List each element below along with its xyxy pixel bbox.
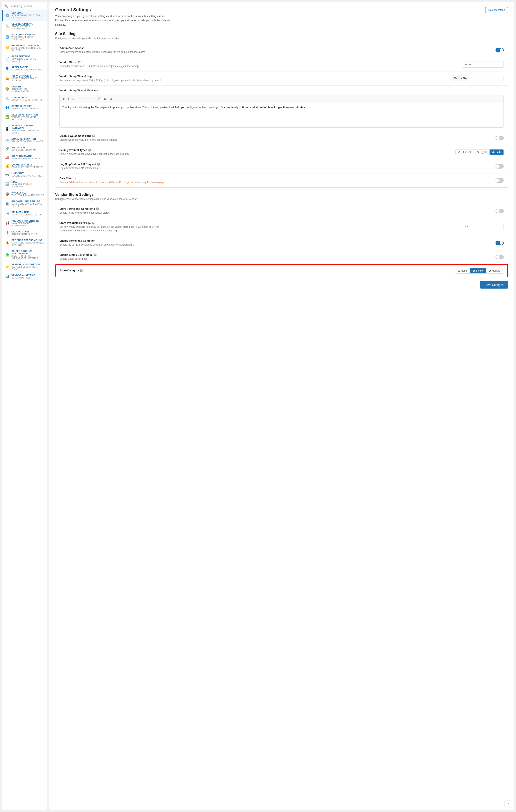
sidebar-item-withdraw-options[interactable]: 🌐 WITHDRAW OPTIONS WITHDRAW SETTINGS, TH… [2,32,47,42]
row-label-enable-single-seller-mode: Enable Single Seller Mode? [59,253,166,256]
radio-label: Digital [480,151,487,153]
radio-option-store-category-single[interactable]: Single [470,268,486,273]
radio-option-selling-product-types-both[interactable]: Both [490,149,504,155]
toolbar-btn-9[interactable]: ⊞ [108,96,113,101]
toggle-enable-terms-condition[interactable] [495,241,504,245]
toolbar-btn-3[interactable]: ≡ [76,96,81,101]
radio-label: Single [476,269,483,272]
row-label-vendor-setup-wizard-message: Vendor Setup Wizard Message [59,89,504,92]
row-desc-disable-welcome-wizard: Disable welcome wizard for newly registe… [59,138,166,142]
settings-row-vendor-store-url: Vendor Store URLDefine the vendor store … [55,57,508,71]
scroll-to-top-button[interactable]: ⌃ [505,801,512,808]
sidebar-item-sub-vendor-subscription: MANAGE SUBSCRIPTION PLANS [11,266,45,270]
radio-option-selling-product-types-physical[interactable]: Physical [456,149,474,155]
editor-content[interactable]: Thank you for choosing the Marketplace t… [60,103,504,127]
toolbar-btn-1[interactable]: I [67,96,70,101]
sidebar-item-vendor-subscription[interactable]: ⭐ VENDOR SUBSCRIPTION MANAGE SUBSCRIPTIO… [2,261,47,272]
vendor-store-card: Store Terms and Conditions?Enable terms … [55,204,508,277]
sidebar-item-title-social-api: SOCIAL API [11,146,36,149]
appearance-icon: 👤 [5,66,9,70]
sidebar-item-shipping-status[interactable]: 🚚 SHIPPING STATUS MANAGE SHIPPING STATUS [2,153,47,162]
sidebar-item-sub-vendor-analytics: SETUP ANALYTICS [11,277,35,279]
info-icon-store-products-per-page[interactable]: ? [91,222,94,225]
sidebar-item-vendor-analytics[interactable]: 📊 VENDOR ANALYTICS SETUP ANALYTICS [2,272,47,281]
reverse-withdrawal-icon: 💛 [5,46,9,50]
sidebar-item-sub-colors: STORE COLOR CUSTOMIZATION [11,88,45,93]
sidebar-item-page-settings[interactable]: 📄 PAGE SETTINGS STORE PAGE SETTINGS MANA… [2,53,47,64]
toggle-admin-area-access[interactable] [495,48,504,52]
sidebar-item-general[interactable]: ⚙️ GENERAL SITE SETTINGS AND STORE OPTIO… [2,10,47,21]
settings-row-selling-product-types: Selling Product Types?Select a type for … [55,145,508,159]
info-icon-store-terms-conditions[interactable]: ? [96,207,99,210]
sidebar-item-product-advertising[interactable]: 📢 PRODUCT ADVERTISING MANAGE PRODUCT ADV… [2,218,47,229]
info-icon-enable-single-seller-mode[interactable]: ? [94,254,97,256]
sidebar-item-title-vendor-analytics: VENDOR ANALYTICS [11,274,35,277]
search-input[interactable] [9,4,45,7]
number-input-store-products-per-page[interactable] [463,224,504,230]
sidebar-item-sub-product-report-abuse: CONFIGURE PRODUCT ABUSAL REPORTS [11,242,45,246]
main-content: General Settings You can configure your … [49,2,514,810]
sidebar-item-verification-sms[interactable]: 📱 VERIFICATION SMS GATEWAYS SMS GATEWAY … [2,122,47,136]
row-label-vendor-store-url: Vendor Store URL [59,61,166,64]
toggle-data-clear[interactable] [495,178,504,183]
sidebar-item-privacy-policy[interactable]: 🔒 PRIVACY POLICY UPDATE STORE PRIVACY PO… [2,73,47,84]
sidebar-item-live-search[interactable]: 🔍 LIVE SEARCH AJAX LIVE SEARCH CONTROL [2,94,47,103]
warning-icon-data-clear: ⚠ [74,177,76,180]
info-icon-selling-product-types[interactable]: ? [88,149,91,151]
toolbar-btn-2[interactable]: U [71,96,76,101]
toolbar-btn-5[interactable]: ≡ [86,96,90,101]
toggle-log-shipstation[interactable] [495,164,504,169]
sidebar-item-geolocation[interactable]: 📍 GEOLOCATION STORE LOCATION SETUP [2,229,47,237]
sidebar-item-email-verification[interactable]: 📧 EMAIL VERIFICATION VERIFICATION EMAIL … [2,136,47,144]
sidebar-item-rma[interactable]: 🔄 RMA MANAGE RETURN & WARRANTY [2,179,47,190]
toggle-store-terms-conditions[interactable] [495,209,504,213]
save-changes-button[interactable]: Save Changes [480,281,508,289]
withdraw-options-icon: 🌐 [5,35,9,39]
documentation-button[interactable]: Documentation [485,7,508,13]
toolbar-btn-7[interactable]: 🔗 [96,96,102,101]
sidebar: 🔍 ⚙️ GENERAL SITE SETTINGS AND STORE OPT… [2,2,47,810]
toolbar-btn-8[interactable]: 🖼 [103,96,108,101]
sidebar-item-selling-options[interactable]: 🏷️ SELLING OPTIONS STORE SETTINGS, COMMI… [2,21,47,32]
sidebar-item-single-product-multivendor[interactable]: 🏪 SINGLE PRODUCT MULTIVENDOR SINGLE PROD… [2,248,47,261]
sidebar-item-sub-privacy-policy: UPDATE STORE PRIVACY POLICIES [11,77,45,82]
row-desc-enable-single-seller-mode: Enable single seller mode [59,257,166,261]
toolbar-btn-6[interactable]: ≡ [91,96,95,101]
sidebar-item-colors[interactable]: 🎨 COLORS STORE COLOR CUSTOMIZATION [2,84,47,94]
toolbar-btn-4[interactable]: ≡ [81,96,85,101]
file-button-vendor-setup-wizard-logo[interactable]: Choose File [451,76,469,81]
toggle-disable-welcome-wizard[interactable] [495,136,504,140]
toolbar-btn-0[interactable]: B [62,96,66,101]
row-desc-enable-terms-condition: Enable the terms & conditions checkbox o… [59,243,166,246]
warning-text-data-clear: Delete all data and tables related to Do… [59,181,166,184]
info-icon-disable-welcome-wizard[interactable]: ? [92,135,95,138]
text-input-vendor-store-url[interactable] [463,61,504,67]
settings-row-log-shipstation: Log ShipStation API Request?Log all Ship… [55,159,508,173]
sidebar-item-live-chat[interactable]: 💬 LIVE CHAT SECURE LIVE CHAT SETTINGS [2,170,47,179]
sidebar-item-appearance[interactable]: 👤 APPEARANCE CUSTOM STORE APPEARANCE [2,64,47,73]
row-desc-log-shipstation: Log all ShipStation API interactions. [59,166,166,170]
radio-option-store-category-none[interactable]: None [455,268,470,273]
sidebar-item-title-withdraw-options: WITHDRAW OPTIONS [11,33,45,36]
sidebar-item-store-support[interactable]: 👥 STORE SUPPORT STORE SUPPORT MANAGE [2,103,47,112]
sidebar-item-product-report-abuse[interactable]: ⚠️ PRODUCT REPORT ABUSE CONFIGURE PRODUC… [2,237,47,248]
sidebar-item-wholesale[interactable]: 📦 WHOLESALE WHOLESALE CHANNEL CONFIG [2,190,47,198]
sidebar-item-title-page-settings: PAGE SETTINGS [11,55,45,58]
sidebar-item-quote-settings[interactable]: 💰 QUOTE SETTINGS CONFIGURE QUOTE SETTING… [2,162,47,170]
sidebar-item-social-api[interactable]: 🔗 SOCIAL API CONFIGURE SOCIAL API [2,144,47,153]
sidebar-search-container: 🔍 [2,2,47,10]
sidebar-item-reverse-withdrawal[interactable]: 💛 REVERSE WITHDRAWAL ADMIN COMMISSION CO… [2,42,47,53]
sidebar-item-seller-verification[interactable]: ✅ SELLER VERIFICATION VENDOR VERIFICATIO… [2,112,47,122]
file-text-vendor-setup-wizard-logo[interactable] [471,76,504,81]
toggle-enable-single-seller-mode[interactable] [495,255,504,259]
vendor-store-settings-desc: Configure your vendor store settings and… [55,198,508,201]
sidebar-item-eu-compliance[interactable]: 🏛️ EU COMPLIANCE FIELDS CONFIGURE EU COM… [2,198,47,209]
sidebar-item-title-geolocation: GEOLOCATION [11,230,38,233]
sidebar-item-sub-rma: MANAGE RETURN & WARRANTY [11,183,45,188]
radio-option-selling-product-types-digital[interactable]: Digital [474,149,490,155]
verification-sms-icon: 📱 [5,127,9,131]
info-icon-store-category[interactable]: ? [80,269,83,272]
sidebar-item-delivery-time[interactable]: 🕐 DELIVERY TIME DELIVERY SCHEDULE SETUP [2,209,47,218]
info-icon-log-shipstation[interactable]: ? [97,163,100,166]
radio-option-store-category-multiple[interactable]: Multiple [486,268,503,273]
